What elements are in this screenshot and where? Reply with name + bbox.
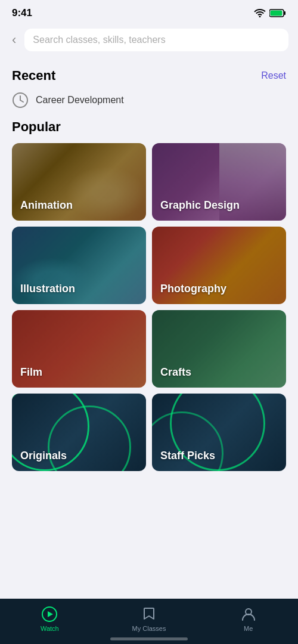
wifi-icon [254,9,266,17]
recent-item-label: Career Development [36,95,124,106]
watch-play-icon [41,606,58,623]
status-time: 9:41 [12,7,32,19]
popular-grid: Animation Graphic Design Illustration Ph… [12,143,286,471]
tile-photography-label: Photography [160,283,278,296]
nav-label-watch: Watch [41,625,59,632]
nav-item-my-classes[interactable]: My Classes [100,606,199,632]
tile-graphic-design-label: Graphic Design [160,199,278,212]
nav-item-me[interactable]: Me [198,606,298,632]
person-icon [240,606,257,623]
search-placeholder: Search classes, skills, teachers [33,35,165,45]
search-bar: ‹ Search classes, skills, teachers [0,24,298,58]
status-icons [254,9,286,17]
svg-line-5 [20,100,23,102]
content: Recent Reset Career Development Popular … [0,58,298,552]
status-bar: 9:41 [0,0,298,24]
svg-marker-7 [48,611,53,617]
bookmark-icon [141,606,157,623]
tile-film[interactable]: Film [12,310,146,388]
tile-crafts[interactable]: Crafts [152,310,286,388]
search-input-wrapper[interactable]: Search classes, skills, teachers [24,29,288,51]
reset-button[interactable]: Reset [261,70,286,81]
tile-staff-picks[interactable]: Staff Picks [152,394,286,471]
nav-label-my-classes: My Classes [132,625,166,632]
home-indicator [110,637,188,640]
recent-item[interactable]: Career Development [12,92,286,109]
tile-illustration-label: Illustration [20,283,138,296]
clock-icon [12,92,29,109]
svg-rect-1 [284,11,286,15]
nav-label-me: Me [244,625,253,632]
tile-film-label: Film [20,366,138,379]
tile-animation[interactable]: Animation [12,143,146,221]
popular-title: Popular [12,119,286,135]
tile-originals-label: Originals [20,450,138,463]
svg-rect-2 [271,11,283,16]
tile-originals[interactable]: Originals [12,394,146,471]
tile-crafts-label: Crafts [160,366,278,379]
tile-photography[interactable]: Photography [152,227,286,304]
nav-item-watch[interactable]: Watch [0,606,100,632]
back-button[interactable]: ‹ [10,30,18,50]
recent-title: Recent [12,68,55,83]
tile-staff-picks-label: Staff Picks [160,450,278,463]
tile-illustration[interactable]: Illustration [12,227,146,304]
tile-graphic-design[interactable]: Graphic Design [152,143,286,221]
recent-section-header: Recent Reset [12,68,286,83]
tile-animation-label: Animation [20,199,138,212]
battery-icon [269,9,286,17]
